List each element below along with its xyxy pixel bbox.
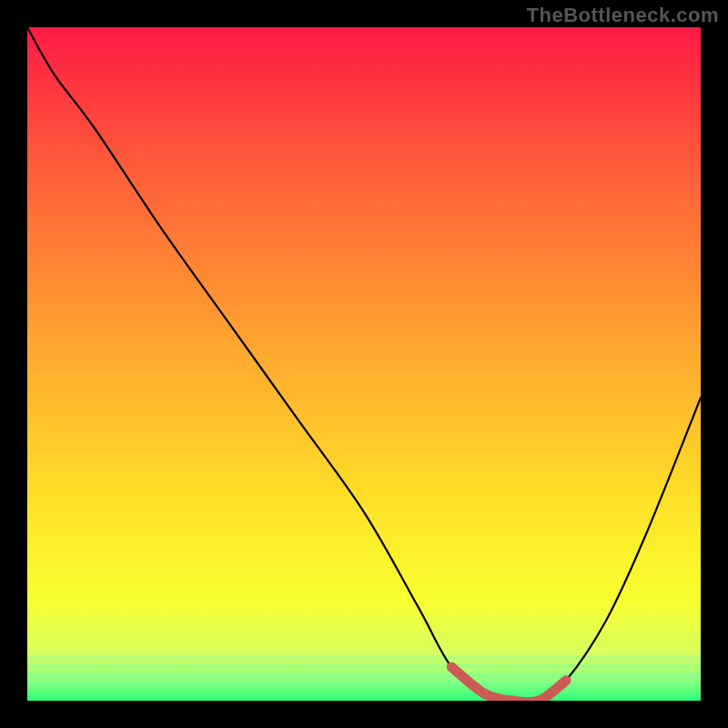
svg-rect-1: [27, 664, 701, 668]
gradient-background: [27, 27, 701, 701]
plot-area: [27, 27, 701, 701]
svg-rect-0: [27, 655, 701, 659]
svg-rect-2: [27, 673, 701, 677]
chart-container: TheBottleneck.com: [0, 0, 728, 728]
bottleneck-chart-svg: [27, 27, 701, 701]
svg-rect-3: [27, 682, 701, 686]
watermark-text: TheBottleneck.com: [527, 4, 719, 27]
